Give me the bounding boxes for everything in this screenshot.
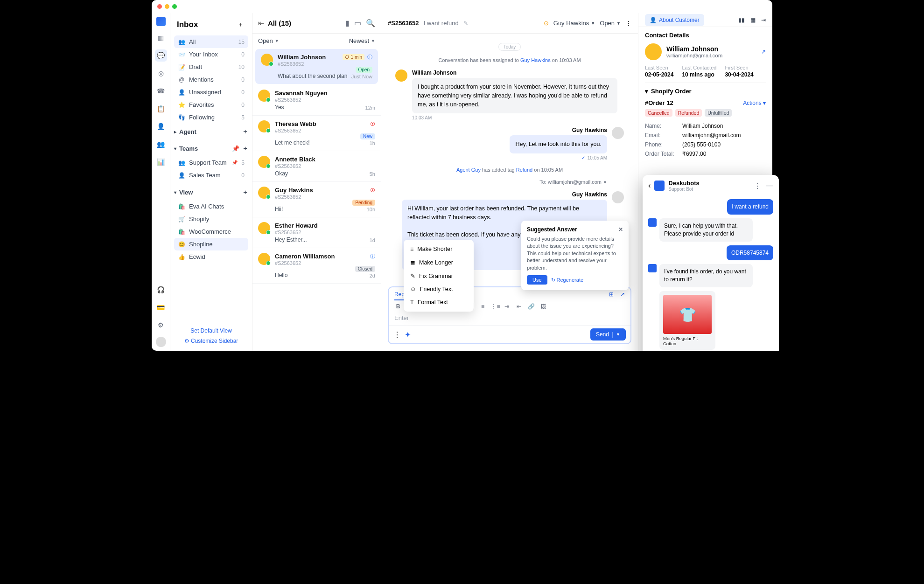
- bold-icon[interactable]: B: [394, 303, 402, 310]
- reports-icon[interactable]: 📊: [155, 156, 167, 168]
- product-card[interactable]: 👕 Men's Regular Fit Cotton: [659, 291, 715, 350]
- system-message: Agent Guy has added tag Refund on 10:05 …: [395, 167, 624, 173]
- conversation-item[interactable]: Annette Black #S2563652 Okay5h: [252, 151, 381, 182]
- contact-icon[interactable]: 👤: [155, 120, 167, 132]
- add-view-icon[interactable]: ＋: [242, 188, 248, 196]
- user-avatar[interactable]: [156, 337, 166, 347]
- inbox-item-unassigned[interactable]: 👤Unassigned0: [174, 86, 248, 98]
- indent-icon[interactable]: ⇥: [503, 303, 511, 310]
- apps-icon[interactable]: ▦: [750, 17, 756, 23]
- dashboard-icon[interactable]: ▦: [155, 32, 167, 44]
- view-section-toggle[interactable]: ▾View ＋: [170, 185, 252, 199]
- add-agent-icon[interactable]: ＋: [242, 127, 248, 136]
- layout-compact-icon[interactable]: ▮: [345, 19, 350, 28]
- settings-icon[interactable]: ⚙: [155, 319, 167, 331]
- more-icon[interactable]: ⋮: [625, 20, 631, 27]
- order-actions-dropdown[interactable]: Actions ▾: [743, 100, 766, 106]
- ai-action-make-shorter[interactable]: ≡Make Shorter: [406, 243, 471, 256]
- regenerate-button[interactable]: ↻ Regenerate: [551, 275, 584, 285]
- status-dropdown[interactable]: Open▼: [600, 20, 621, 27]
- inbox-icon[interactable]: 💬: [155, 49, 167, 62]
- template-icon[interactable]: ⊞: [609, 291, 614, 300]
- conversation-item[interactable]: Guy Hawkins⦿ #S2563652 Hii!Pending10h: [252, 182, 381, 217]
- video-icon[interactable]: ▮▮: [738, 17, 745, 23]
- list-bullet-icon[interactable]: ⋮≡: [491, 303, 498, 310]
- conv-id: #S2563652: [275, 163, 375, 169]
- reply-input[interactable]: Enter: [389, 313, 630, 325]
- customize-sidebar-link[interactable]: ⚙ Customize Sidebar: [175, 336, 247, 346]
- minimize-window-icon[interactable]: [165, 4, 169, 9]
- goals-icon[interactable]: ◎: [155, 67, 167, 79]
- view-item[interactable]: 😊Shopline: [174, 238, 248, 250]
- order-field-value: William Johnson: [682, 123, 723, 129]
- headset-icon[interactable]: 🎧: [155, 284, 167, 296]
- ai-sparkle-icon[interactable]: ✦: [405, 330, 411, 339]
- bot-more-icon[interactable]: ⋮: [754, 181, 761, 190]
- add-team-icon[interactable]: ＋: [242, 144, 248, 153]
- bot-subtitle: Support Bot: [668, 187, 699, 192]
- close-window-icon[interactable]: [157, 4, 162, 9]
- team-item[interactable]: 👤Sales Team0: [174, 169, 248, 181]
- window-titlebar: [152, 0, 772, 13]
- outdent-icon[interactable]: ⇤: [515, 303, 523, 310]
- close-icon[interactable]: ✕: [618, 226, 623, 233]
- conversation-item[interactable]: Savannah Nguyen #S2563652 Yes12m: [252, 85, 381, 116]
- view-item[interactable]: 🛍️WooCommerce: [174, 225, 248, 238]
- inbox-item-following[interactable]: 👣Following5: [174, 111, 248, 124]
- ai-action-formal-text[interactable]: TFormal Text: [406, 296, 471, 309]
- expand-icon[interactable]: ↗: [620, 291, 625, 300]
- conversation-item[interactable]: Theresa Webb⦿ #S2563652 Let me check!New…: [252, 116, 381, 151]
- collapse-panel-icon[interactable]: ⇥: [761, 17, 766, 23]
- inbox-item-favorites[interactable]: ⭐Favorites0: [174, 98, 248, 111]
- conversation-item[interactable]: William Johnson⏱ 1 minⓘ #S2563652 What a…: [255, 49, 378, 84]
- link-icon[interactable]: 🔗: [527, 303, 535, 310]
- ai-actions-menu: ≡Make Shorter≣Make Longer✎Fix Grammar☺Fr…: [404, 240, 474, 312]
- view-item[interactable]: 🛍️Eva AI Chats: [174, 200, 248, 213]
- layout-wide-icon[interactable]: ▭: [354, 19, 361, 28]
- team-count: 5: [241, 160, 245, 166]
- clipboard-icon[interactable]: 📋: [155, 103, 167, 115]
- bot-user-message: I want a refund: [727, 199, 773, 215]
- conv-time: 10h: [367, 207, 375, 212]
- agent-section-toggle[interactable]: ▸Agent ＋: [170, 125, 252, 139]
- sort-dropdown[interactable]: Newest▼: [349, 37, 375, 44]
- use-button[interactable]: Use: [527, 275, 547, 285]
- bot-back-icon[interactable]: ‹: [648, 181, 651, 190]
- ai-action-friendly-text[interactable]: ☺Friendly Text: [406, 283, 471, 296]
- about-customer-button[interactable]: 👤 About Customer: [645, 14, 704, 26]
- send-button[interactable]: Send | ▼: [590, 328, 626, 341]
- more-options-icon[interactable]: ⋮: [393, 330, 401, 339]
- ai-action-fix-grammar[interactable]: ✎Fix Grammar: [406, 269, 471, 283]
- billing-icon[interactable]: 💳: [155, 301, 167, 313]
- edit-subject-icon[interactable]: ✎: [463, 20, 468, 27]
- shopify-order-toggle[interactable]: ▾Shopify Order: [645, 88, 766, 95]
- search-icon[interactable]: 🔍: [366, 19, 375, 28]
- status-filter-dropdown[interactable]: Open▼: [258, 37, 279, 44]
- image-icon[interactable]: 🖼: [539, 303, 547, 310]
- team-icon[interactable]: 👥: [155, 138, 167, 150]
- inbox-item-your-inbox[interactable]: 📨Your Inbox0: [174, 48, 248, 61]
- whatsapp-icon[interactable]: ☎: [155, 85, 167, 97]
- bot-minimize-icon[interactable]: —: [766, 181, 773, 190]
- team-item[interactable]: 👥Support Team📌5: [174, 156, 248, 169]
- ai-action-make-longer[interactable]: ≣Make Longer: [406, 256, 471, 269]
- view-item[interactable]: 👍Ecwid: [174, 250, 248, 263]
- inbox-item-draft[interactable]: 📝Draft10: [174, 61, 248, 73]
- inbox-item-all[interactable]: 👥All15: [174, 35, 248, 48]
- priority-icon[interactable]: ⊙: [544, 20, 549, 27]
- open-contact-icon[interactable]: ↗: [761, 49, 766, 55]
- teams-section-toggle[interactable]: ▾Teams 📌＋: [170, 141, 252, 155]
- conversation-item[interactable]: Cameron Williamsonⓘ #S2563652 HelloClose…: [252, 248, 381, 284]
- add-inbox-button[interactable]: ＋: [235, 20, 245, 30]
- assignee-dropdown[interactable]: Guy Hawkins▼: [553, 20, 595, 27]
- maximize-window-icon[interactable]: [172, 4, 177, 9]
- list-ordered-icon[interactable]: ≡: [479, 303, 486, 310]
- back-icon[interactable]: ⇤: [258, 19, 264, 28]
- view-item[interactable]: 🛒Shopify: [174, 213, 248, 225]
- inbox-item-mentions[interactable]: @Mentions0: [174, 73, 248, 86]
- bot-message: Sure, I can help you with that. Please p…: [659, 218, 753, 242]
- conversation-item[interactable]: Esther Howard #S2563652 Hey Esther...1d: [252, 217, 381, 248]
- inbox-item-label: Draft: [189, 63, 235, 70]
- set-default-view-link[interactable]: Set Default View: [175, 326, 247, 336]
- pin-icon[interactable]: 📌: [232, 145, 239, 152]
